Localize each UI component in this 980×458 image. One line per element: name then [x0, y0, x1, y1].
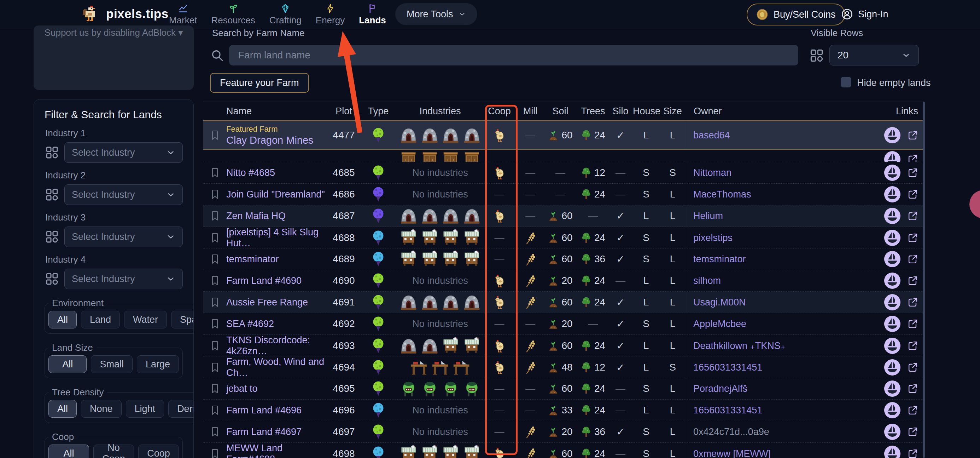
- bookmark-icon[interactable]: [211, 275, 219, 286]
- industry-select[interactable]: Select Industry: [64, 184, 183, 205]
- marketplace-link-icon[interactable]: [884, 380, 900, 397]
- bookmark-icon[interactable]: [211, 448, 219, 458]
- land-name-link[interactable]: Nitto #4685: [226, 168, 275, 179]
- land-name-link[interactable]: MEWW Land Farm#4698: [226, 443, 331, 458]
- external-link-icon[interactable]: [907, 210, 919, 222]
- bookmark-icon[interactable]: [211, 405, 219, 415]
- bookmark-icon[interactable]: [211, 426, 219, 437]
- external-link-icon[interactable]: [907, 274, 919, 287]
- table-row[interactable]: Farm Land #46974697No industries—2036✓SL…: [203, 421, 924, 443]
- filter-button-coop[interactable]: Coop: [138, 445, 179, 458]
- owner-link[interactable]: silhom: [693, 275, 721, 286]
- external-link-icon[interactable]: [907, 340, 919, 352]
- external-link-icon[interactable]: [907, 188, 919, 200]
- external-link-icon[interactable]: [907, 253, 919, 265]
- external-link-icon[interactable]: [907, 232, 919, 244]
- more-tools-button[interactable]: More Tools: [395, 3, 477, 25]
- external-link-icon[interactable]: [907, 318, 919, 330]
- external-link-icon[interactable]: [907, 383, 919, 395]
- external-link-icon[interactable]: [907, 129, 919, 141]
- owner-link[interactable]: 1656031331451: [693, 362, 762, 373]
- industry-select[interactable]: Select Industry: [64, 142, 183, 163]
- bookmark-icon[interactable]: [211, 189, 219, 199]
- bookmark-icon[interactable]: [211, 362, 219, 373]
- marketplace-link-icon[interactable]: [884, 316, 900, 332]
- bookmark-icon[interactable]: [211, 254, 219, 264]
- owner-link[interactable]: based64: [693, 130, 730, 141]
- filter-button-small[interactable]: Small: [91, 355, 132, 373]
- marketplace-link-icon[interactable]: [884, 251, 900, 267]
- external-link-icon[interactable]: [907, 404, 919, 416]
- hide-empty-checkbox[interactable]: [841, 77, 851, 88]
- bookmark-icon[interactable]: [211, 297, 219, 308]
- marketplace-link-icon[interactable]: [884, 424, 900, 440]
- land-name-link[interactable]: Farm Land #4697: [226, 426, 302, 437]
- land-name-link[interactable]: Farm, Wood, Wind and Ch…: [226, 356, 331, 378]
- land-name-link[interactable]: Zen Mafia HQ: [226, 211, 286, 222]
- owner-link[interactable]: 1656031331451: [693, 405, 762, 416]
- table-row-partial[interactable]: [203, 150, 924, 162]
- table-row[interactable]: Aussie Free Range46916024✓LLUsagi.M00N: [203, 292, 924, 313]
- filter-button-water[interactable]: Water: [124, 311, 167, 329]
- external-link-icon[interactable]: [907, 296, 919, 308]
- owner-link[interactable]: Usagi.M00N: [693, 297, 746, 308]
- table-row[interactable]: Farm Land #46964696No industries——3324—L…: [203, 400, 924, 421]
- marketplace-link-icon[interactable]: [884, 402, 900, 418]
- buy-sell-coins-button[interactable]: Buy/Sell Coins: [747, 3, 845, 26]
- bookmark-icon[interactable]: [211, 319, 219, 329]
- owner-link[interactable]: 0x424c71d...0a9e: [693, 426, 769, 437]
- filter-button-no-coop[interactable]: No Coop: [93, 445, 134, 458]
- marketplace-link-icon[interactable]: [884, 230, 900, 246]
- owner-link[interactable]: Nittoman: [693, 168, 732, 179]
- land-name-link[interactable]: Join Guild "Dreamland": [226, 189, 325, 200]
- bookmark-icon[interactable]: [211, 340, 219, 351]
- nav-item-lands[interactable]: Lands: [359, 3, 386, 26]
- land-name-link[interactable]: Farm Land #4690: [226, 275, 302, 286]
- brand[interactable]: pixels.tips: [82, 4, 169, 23]
- marketplace-link-icon[interactable]: [884, 359, 900, 375]
- external-link-icon[interactable]: [907, 167, 919, 179]
- table-scrollbar[interactable]: [923, 102, 925, 458]
- land-name-link[interactable]: Clay Dragon Mines: [226, 134, 313, 146]
- table-row[interactable]: Featured FarmClay Dragon Mines4477—6024✓…: [203, 120, 924, 150]
- owner-link[interactable]: temsminator: [693, 254, 746, 265]
- filter-button-space[interactable]: Space: [171, 311, 194, 329]
- filter-button-all[interactable]: All: [48, 311, 77, 329]
- marketplace-link-icon[interactable]: [884, 127, 900, 144]
- nav-item-crafting[interactable]: Crafting: [269, 3, 302, 26]
- land-name-link[interactable]: SEA #4692: [226, 319, 274, 330]
- table-row[interactable]: [pixelstips] 4 Silk Slug Hut…4688—6024✓S…: [203, 227, 924, 249]
- bookmark-icon[interactable]: [211, 211, 219, 221]
- land-name-link[interactable]: temsminator: [226, 254, 279, 265]
- bookmark-icon[interactable]: [211, 168, 219, 178]
- table-row[interactable]: TKNS Discordcode: 4kZ6zn…46936024✓LLDeat…: [203, 335, 924, 356]
- nav-item-market[interactable]: Market: [169, 3, 197, 26]
- external-link-icon[interactable]: [907, 153, 919, 162]
- visible-rows-select[interactable]: 20: [829, 45, 919, 65]
- land-name-link[interactable]: jebat to: [226, 383, 258, 394]
- table-row[interactable]: MEWW Land Farm#469846986024—SL0xmeww [ME…: [203, 443, 924, 458]
- table-row[interactable]: Nitto #46854685No industries——12—SSNitto…: [203, 162, 924, 184]
- land-name-link[interactable]: TKNS Discordcode: 4kZ6zn…: [226, 335, 331, 357]
- bookmark-icon[interactable]: [211, 233, 219, 243]
- marketplace-link-icon[interactable]: [884, 208, 900, 224]
- bookmark-icon[interactable]: [211, 383, 219, 394]
- table-row[interactable]: Zen Mafia HQ4687—60—✓LLHelium: [203, 205, 924, 227]
- adblock-banner[interactable]: Support us by disabling AdBlock ▾: [33, 26, 194, 90]
- table-row[interactable]: Farm, Wood, Wind and Ch…46944812✓LS16560…: [203, 356, 924, 378]
- table-row[interactable]: temsminator4689—6036✓SLtemsminator: [203, 249, 924, 270]
- bookmark-icon[interactable]: [211, 130, 219, 140]
- feature-farm-button[interactable]: Feature your Farm: [210, 73, 309, 93]
- search-input[interactable]: [229, 45, 798, 65]
- land-name-link[interactable]: Farm Land #4696: [226, 405, 302, 416]
- external-link-icon[interactable]: [907, 448, 919, 458]
- table-row[interactable]: Farm Land #46904690No industries2024—LLs…: [203, 270, 924, 292]
- owner-link[interactable]: PoradnejAlfš: [693, 383, 748, 394]
- owner-link[interactable]: MaceThomas: [693, 189, 751, 200]
- marketplace-link-icon[interactable]: [884, 445, 900, 458]
- marketplace-link-icon[interactable]: [884, 164, 900, 181]
- filter-button-all[interactable]: All: [48, 355, 87, 373]
- table-row[interactable]: SEA #46924692No industries——20—✓SLAppleM…: [203, 313, 924, 335]
- nav-item-resources[interactable]: Resources: [211, 3, 255, 26]
- filter-button-large[interactable]: Large: [137, 355, 179, 373]
